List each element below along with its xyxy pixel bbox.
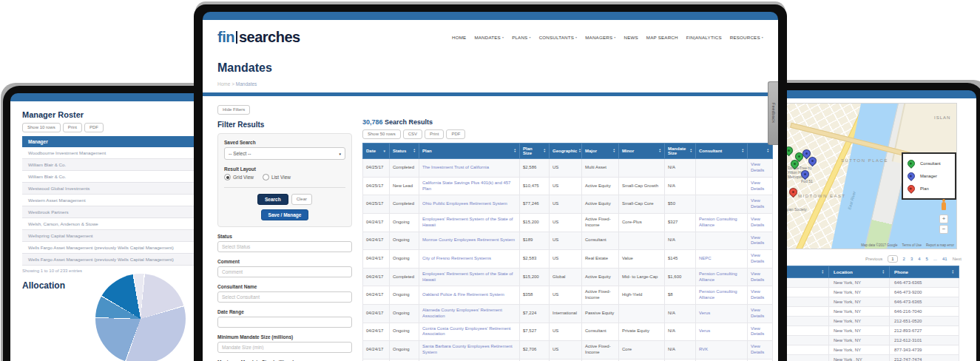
column-header[interactable]: Status ▲▼	[390, 144, 419, 159]
nav-item[interactable]: MAP SEARCH	[646, 35, 678, 40]
consultant-link[interactable]: Verus	[696, 323, 748, 341]
pagination-page[interactable]: 2	[903, 257, 905, 261]
plan-link[interactable]: Oakland Police & Fire Retirement System	[419, 286, 520, 305]
consultant-link[interactable]: Pension Consulting Alliance	[696, 268, 748, 286]
roster-action-button[interactable]: Show 10 rows	[22, 123, 61, 132]
table-action-button[interactable]: Print	[425, 129, 444, 139]
nav-item[interactable]: RESOURCES ▾	[730, 35, 763, 40]
plan-link[interactable]: Alameda County Employees' Retirement Ass…	[419, 304, 520, 323]
roster-action-button[interactable]: Print	[63, 123, 82, 132]
nav-item[interactable]: NEWS	[624, 35, 638, 40]
hide-filters-button[interactable]: Hide Filters	[217, 105, 250, 115]
consultant-link[interactable]: Pension Consulting Alliance	[696, 213, 748, 232]
breadcrumb-home[interactable]: Home	[217, 81, 230, 87]
major-cell: Passive Equity	[582, 304, 619, 323]
pagination-page[interactable]: 4	[918, 257, 920, 261]
view-details-link[interactable]: View Details	[748, 159, 773, 178]
roster-action-button[interactable]: PDF	[84, 123, 104, 132]
pagination-page[interactable]: ...	[933, 257, 937, 261]
view-details-link[interactable]: View Details	[748, 341, 773, 360]
nav-item[interactable]: HOME	[452, 35, 466, 40]
plan-link[interactable]: Monroe County Employees Retirement Syste…	[419, 232, 520, 250]
view-details-link[interactable]: View Details	[748, 250, 773, 269]
view-details-link[interactable]: View Details	[748, 195, 773, 214]
consultant-link[interactable]: Verus	[696, 304, 748, 323]
nav-item[interactable]: MANDATES ▾	[474, 35, 504, 40]
map-pin-plan[interactable]	[788, 186, 800, 198]
pagination-page[interactable]: 41	[942, 257, 947, 261]
view-details-link[interactable]: View Details	[748, 268, 773, 286]
consultant-link[interactable]	[696, 195, 748, 214]
column-header[interactable]: Location ▲▼	[829, 266, 890, 278]
column-header[interactable]: Date ▼	[363, 144, 390, 159]
result-layout-radio[interactable]: List View	[263, 174, 291, 180]
column-header[interactable]: Consultant ▲▼	[696, 144, 748, 159]
consultant-link[interactable]: Pension Consulting Alliance	[696, 286, 748, 305]
filter-input[interactable]	[217, 342, 352, 353]
map-data-credit: Map data ©2017 Google	[861, 243, 897, 247]
zoom-in-button[interactable]: +	[939, 215, 948, 223]
pagination-page[interactable]: 3	[910, 257, 913, 261]
major-cell: Active Equity	[582, 177, 619, 195]
nav-item[interactable]: CONSULTANTS ▾	[539, 35, 578, 40]
search-button[interactable]: Search	[257, 194, 288, 205]
nav-item[interactable]: MANAGERS ▾	[585, 35, 615, 40]
major-cell: Consultant	[582, 232, 619, 250]
results-toolbar: Show 50 rowsCSVPrintPDF	[362, 129, 773, 139]
consultant-link[interactable]: NEPC	[696, 250, 748, 269]
pegman-icon[interactable]	[942, 202, 946, 210]
consultant-link[interactable]: RVK	[696, 341, 748, 360]
table-action-button[interactable]: PDF	[446, 129, 465, 139]
column-header[interactable]: ▲▼	[748, 144, 773, 159]
result-layout-radio[interactable]: Grid View	[224, 174, 254, 180]
view-details-link[interactable]: View Details	[748, 286, 773, 305]
location-cell: New York, NY	[829, 278, 890, 288]
column-header[interactable]: Mandate Size ▲▼	[665, 144, 696, 159]
view-details-link[interactable]: View Details	[748, 323, 773, 341]
filter-results-title: Filter Results	[217, 121, 352, 129]
saved-search-panel: Saved Search -- Select -- ▾ Result Layou…	[217, 133, 352, 227]
clear-button[interactable]: Clear	[291, 194, 312, 205]
pagination-page[interactable]: 5	[926, 257, 928, 261]
feedback-tab[interactable]: Feedback	[768, 81, 778, 145]
plan-link[interactable]: City of Fresno Retirement Systems	[419, 250, 520, 269]
pagination-page[interactable]: 1	[888, 255, 897, 263]
column-header[interactable]: Plan Size ▲▼	[520, 144, 550, 159]
column-header[interactable]: Phone ▲▼	[890, 266, 959, 278]
plan-link[interactable]: California State Savings Plus 401(k) and…	[419, 177, 520, 195]
column-header[interactable]: Major ▲▼	[582, 144, 619, 159]
pagination-next[interactable]: Next	[953, 257, 962, 261]
filter-input[interactable]	[217, 266, 352, 277]
report-map-error-link[interactable]: Report a map error	[926, 243, 954, 247]
sort-icon: ▲▼	[822, 270, 824, 274]
terms-of-use-link[interactable]: Terms of Use	[902, 243, 922, 247]
nav-item[interactable]: PLANS ▾	[512, 35, 531, 40]
consultant-link[interactable]	[696, 177, 748, 195]
view-details-link[interactable]: View Details	[748, 213, 773, 232]
column-header[interactable]: Minor ▲▼	[619, 144, 665, 159]
plan-link[interactable]: Ohio Public Employees Retirement System	[419, 195, 520, 214]
column-header[interactable]: Plan ▲▼	[419, 144, 520, 159]
consultant-link[interactable]	[696, 232, 748, 250]
zoom-out-button[interactable]: −	[939, 225, 948, 234]
view-details-link[interactable]: View Details	[748, 177, 773, 195]
finsearches-logo[interactable]: finsearches	[217, 29, 300, 46]
filter-input[interactable]	[217, 291, 352, 303]
save-manage-button[interactable]: Save / Manage	[261, 209, 309, 220]
nav-item[interactable]: FIN|ANALYTICS	[686, 35, 722, 40]
filter-input[interactable]	[217, 241, 352, 252]
filter-input[interactable]	[217, 317, 352, 328]
plan-link[interactable]: Employees' Retirement System of the Stat…	[419, 213, 520, 232]
table-action-button[interactable]: CSV	[403, 129, 422, 139]
column-header[interactable]: Geographic ▲▼	[550, 144, 582, 159]
plan-link[interactable]: Contra Costa County Employees' Retiremen…	[419, 323, 520, 341]
saved-search-select[interactable]: -- Select -- ▾	[224, 147, 345, 160]
view-details-link[interactable]: View Details	[748, 232, 773, 250]
table-action-button[interactable]: Show 50 rows	[362, 129, 401, 139]
plan-link[interactable]: Santa Barbara County Employees Retiremen…	[419, 341, 520, 360]
view-details-link[interactable]: View Details	[748, 304, 773, 323]
plan-link[interactable]: Employees' Retirement System of the Stat…	[419, 268, 520, 286]
plan-link[interactable]: The Investment Trust of California	[419, 159, 520, 178]
pagination-previous[interactable]: Previous	[865, 257, 882, 261]
consultant-link[interactable]	[696, 159, 748, 178]
